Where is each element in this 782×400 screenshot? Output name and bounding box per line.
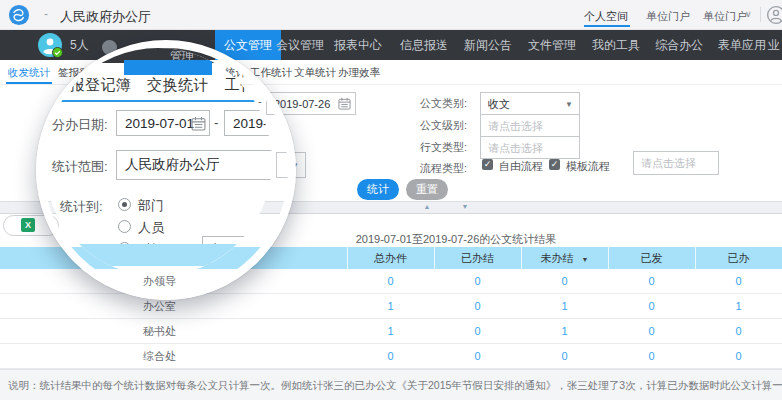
cell-link[interactable]: 0 [434,344,521,369]
online-user-count: 5人 [70,30,89,60]
cell-link[interactable]: 0 [434,319,521,344]
reset-button[interactable]: 重置 [406,179,448,200]
doc-level-label: 公文级别: [407,118,467,133]
cell-link[interactable]: 0 [695,344,782,369]
free-process-label: 自由流程 [499,159,543,174]
col-header-total: 总办件 [347,247,434,269]
user-avatar[interactable] [38,33,62,57]
cell-link[interactable]: 0 [695,269,782,294]
calendar-icon[interactable] [338,97,351,112]
subtab-efficiency[interactable]: 办理效率 [338,60,380,84]
toplink-unit-portal-1[interactable]: 单位门户 [646,9,690,24]
process-type-label: 流程类型: [407,161,467,176]
row-label: 综合处 [143,344,176,369]
nav-tab-my-tools[interactable]: 我的工具 [592,30,640,60]
cell-link[interactable]: 1 [695,294,782,319]
footer-note-bar: 说明：统计结果中的每个统计数据对每条公文只计算一次。例如统计张三的已办公文《关于… [0,369,782,400]
table-row: 办公室 1 0 1 0 1 [0,294,782,319]
dispatch-date-label: 分办日期: [52,116,108,134]
date-to-input-clipped[interactable]: 2019-07-26 [224,110,272,136]
stat-target-label: 统计到: [60,198,103,216]
col-header-done: 已办 [695,247,782,269]
chevron-down-icon[interactable]: ∨ [745,9,752,19]
cell-link[interactable]: 0 [608,344,695,369]
row-label: 秘书处 [143,319,176,344]
nav-tab-file-management[interactable]: 文件管理 [528,30,576,60]
col-header-open: 未办结▼ [521,247,608,269]
topbar-divider [760,7,761,22]
magnified-active-tab-fragment [124,60,212,75]
submit-stats-button[interactable]: 统计 [357,179,399,200]
excel-icon: X [21,218,35,232]
table-row: 秘书处 1 0 1 0 0 [0,319,782,344]
app-logo-icon [8,4,30,26]
stat-scope-label: 统计范围: [52,158,108,176]
radio-department-label: 部门 [138,197,164,215]
magnified-table-header-band [44,244,272,266]
cell-link[interactable]: 0 [347,269,434,294]
doc-level-input[interactable]: 请点击选择 [480,114,580,137]
date-from-input[interactable]: 2019-07-01 [116,110,210,136]
radio-department[interactable] [118,198,131,211]
nav-tab-report-center[interactable]: 报表中心 [334,30,382,60]
cell-link[interactable]: 0 [521,269,608,294]
cell-link[interactable]: 0 [695,319,782,344]
process-select-input[interactable]: 请点击选择 [633,151,719,175]
footer-note: 说明：统计结果中的每个统计数据对每条公文只计算一次。例如统计张三的已办公文《关于… [8,379,782,393]
free-process-checkbox[interactable]: ✓ [482,159,493,170]
date-range-separator: - [214,115,218,130]
cell-link[interactable]: 1 [521,319,608,344]
expand-down-icon[interactable]: ▼ [452,201,478,212]
online-check-icon [52,47,63,58]
col-header-closed: 已办结 [434,247,521,269]
nav-tab-meeting[interactable]: 会议管理 [276,30,324,60]
stat-scope-input[interactable]: 人民政府办公厅 [116,150,272,180]
collapse-up-icon[interactable]: ▲ [414,201,440,212]
calendar-icon[interactable] [191,116,206,134]
subtab-send-receive-stats[interactable]: 收发统计 [8,60,50,84]
nav-tab-form-app[interactable]: 表单应用 [718,30,766,60]
cell-link[interactable]: 1 [347,294,434,319]
cell-link[interactable]: 1 [347,319,434,344]
sort-dropdown-icon[interactable]: ▼ [582,256,589,263]
magnified-subtabs: 签报登记簿 交换统计 工作统计 [54,76,272,95]
cell-link[interactable]: 0 [434,269,521,294]
top-bar: - 人民政府办公厅 个人空间 单位门户 单位门户 ∨ [0,0,782,30]
toplink-active-underline [584,25,630,27]
app-window: - 人民政府办公厅 个人空间 单位门户 单位门户 ∨ 5人 公文 [0,0,782,400]
magnifier-content: 管理 签报登记簿 交换统计 工作统计 分办日期: 2019-07-01 - 20… [44,48,272,276]
nav-tab-integrated-office[interactable]: 综合办公 [655,30,703,60]
nav-tab-info-report[interactable]: 信息报送 [400,30,448,60]
title-separator: - [44,7,48,21]
app-title: 人民政府办公厅 [60,8,151,26]
cell-link[interactable]: 0 [608,269,695,294]
cell-link[interactable]: 0 [347,344,434,369]
radio-person-label: 人员 [138,219,164,237]
cell-link[interactable]: 0 [521,344,608,369]
table-row: 综合处 0 0 0 0 0 [0,344,782,369]
cell-link[interactable]: 0 [608,319,695,344]
toplink-unit-portal-2[interactable]: 单位门户 [703,9,747,24]
subtab-doc-stats[interactable]: 文单统计 [294,60,336,84]
magnifier-overlay: 管理 签报登记簿 交换统计 工作统计 分办日期: 2019-07-01 - 20… [36,40,296,300]
toplink-personal-space[interactable]: 个人空间 [584,9,628,24]
writing-type-label: 行文类型: [407,140,467,155]
nav-tab-clipped[interactable]: 业 [768,30,782,60]
radio-person[interactable] [118,220,131,233]
nav-tab-news[interactable]: 新闻公告 [464,30,512,60]
doc-type-select[interactable]: 收文 ▼ [480,92,580,115]
cell-link[interactable]: 1 [521,294,608,319]
user-profile-icon[interactable] [766,5,782,25]
template-process-checkbox[interactable]: ✓ [549,159,560,170]
cell-link[interactable]: 0 [434,294,521,319]
chevron-down-icon: ▼ [565,99,573,108]
doc-type-label: 公文类别: [407,96,467,111]
subtab-active-underline [6,82,52,84]
magnified-tab-underline [44,100,272,102]
cell-link[interactable]: 0 [608,294,695,319]
template-process-label: 模板流程 [566,159,610,174]
col-header-sent: 已发 [608,247,695,269]
writing-type-input[interactable]: 请点击选择 [480,136,580,159]
